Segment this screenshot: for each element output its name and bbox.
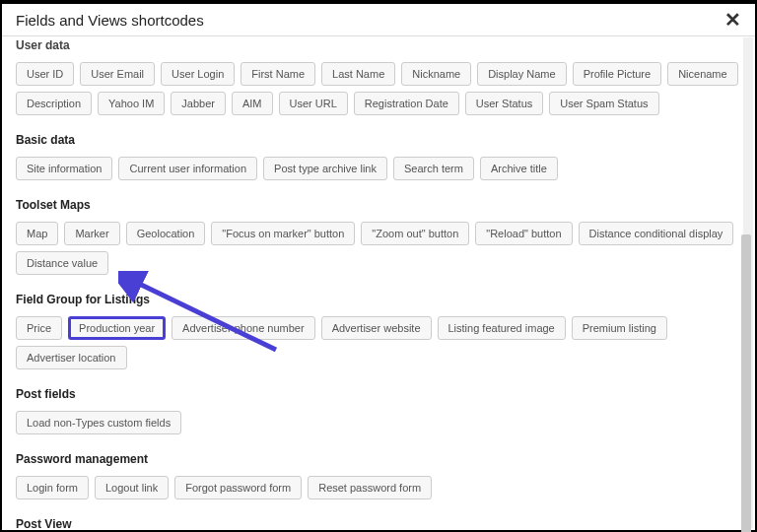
section-title-password: Password management <box>16 452 741 466</box>
btn-yahoo-im[interactable]: Yahoo IM <box>98 92 165 115</box>
btn-premium-listing[interactable]: Premium listing <box>572 316 667 340</box>
btn-last-name[interactable]: Last Name <box>321 62 395 86</box>
btn-nicename[interactable]: Nicename <box>667 62 738 86</box>
btn-post-type-archive-link[interactable]: Post type archive link <box>263 157 387 180</box>
btn-display-name[interactable]: Display Name <box>477 62 566 86</box>
shortcodes-modal: Fields and Views shortcodes ✕ User data … <box>0 0 757 532</box>
btn-user-id[interactable]: User ID <box>16 62 74 86</box>
btn-marker[interactable]: Marker <box>64 222 119 245</box>
btn-reset-password[interactable]: Reset password form <box>308 476 432 499</box>
btn-load-nontypes[interactable]: Load non-Types custom fields <box>16 411 181 434</box>
btn-site-information[interactable]: Site information <box>16 157 112 180</box>
section-title-postview: Post View <box>16 517 741 529</box>
section-title-fieldgroup: Field Group for Listings <box>16 293 741 306</box>
btn-price[interactable]: Price <box>16 316 62 340</box>
btn-reload[interactable]: "Reload" button <box>475 222 572 245</box>
btn-user-login[interactable]: User Login <box>161 62 235 86</box>
modal-header: Fields and Views shortcodes ✕ <box>2 4 755 36</box>
btn-login-form[interactable]: Login form <box>16 476 89 499</box>
modal-title: Fields and Views shortcodes <box>16 12 204 29</box>
btn-zoom-out[interactable]: "Zoom out" button <box>361 222 469 245</box>
fieldgroup-row: Price Production year Advertiser phone n… <box>16 316 741 369</box>
btn-profile-picture[interactable]: Profile Picture <box>573 62 661 86</box>
btn-map[interactable]: Map <box>16 222 58 245</box>
btn-listing-featured-image[interactable]: Listing featured image <box>438 316 566 340</box>
btn-first-name[interactable]: First Name <box>241 62 315 86</box>
btn-user-spam-status[interactable]: User Spam Status <box>549 92 658 115</box>
btn-advertiser-location[interactable]: Advertiser location <box>16 346 127 369</box>
btn-current-user-info[interactable]: Current user information <box>118 157 257 180</box>
btn-distance-value[interactable]: Distance value <box>16 251 108 275</box>
btn-advertiser-phone[interactable]: Advertiser phone number <box>172 316 315 340</box>
btn-user-url[interactable]: User URL <box>279 92 348 115</box>
btn-description[interactable]: Description <box>16 92 92 115</box>
btn-geolocation[interactable]: Geolocation <box>126 222 206 245</box>
btn-registration-date[interactable]: Registration Date <box>354 92 459 115</box>
btn-user-status[interactable]: User Status <box>465 92 543 115</box>
btn-logout-link[interactable]: Logout link <box>95 476 169 499</box>
btn-production-year[interactable]: Production year <box>68 316 166 340</box>
password-row: Login form Logout link Forgot password f… <box>16 476 741 499</box>
btn-focus-marker[interactable]: "Focus on marker" button <box>211 222 355 245</box>
basicdata-row: Site information Current user informatio… <box>16 157 741 180</box>
section-title-toolsetmaps: Toolset Maps <box>16 198 741 212</box>
btn-jabber[interactable]: Jabber <box>171 92 226 115</box>
btn-advertiser-website[interactable]: Advertiser website <box>321 316 432 340</box>
btn-user-email[interactable]: User Email <box>80 62 155 86</box>
section-title-postfields: Post fields <box>16 387 741 401</box>
btn-archive-title[interactable]: Archive title <box>480 157 558 180</box>
section-title-basicdata: Basic data <box>16 133 741 147</box>
userdata-row1: User ID User Email User Login First Name… <box>16 62 741 115</box>
postfields-row: Load non-Types custom fields <box>16 411 741 434</box>
btn-distance-conditional[interactable]: Distance conditional display <box>579 222 734 245</box>
btn-aim[interactable]: AIM <box>232 92 273 115</box>
toolsetmaps-row: Map Marker Geolocation "Focus on marker"… <box>16 222 741 275</box>
close-icon[interactable]: ✕ <box>724 10 741 30</box>
modal-body: User data User ID User Email User Login … <box>2 36 755 529</box>
btn-nickname[interactable]: Nickname <box>401 62 471 86</box>
btn-forgot-password[interactable]: Forgot password form <box>174 476 302 499</box>
btn-search-term[interactable]: Search term <box>393 157 474 180</box>
section-title-userdata: User data <box>16 38 741 52</box>
